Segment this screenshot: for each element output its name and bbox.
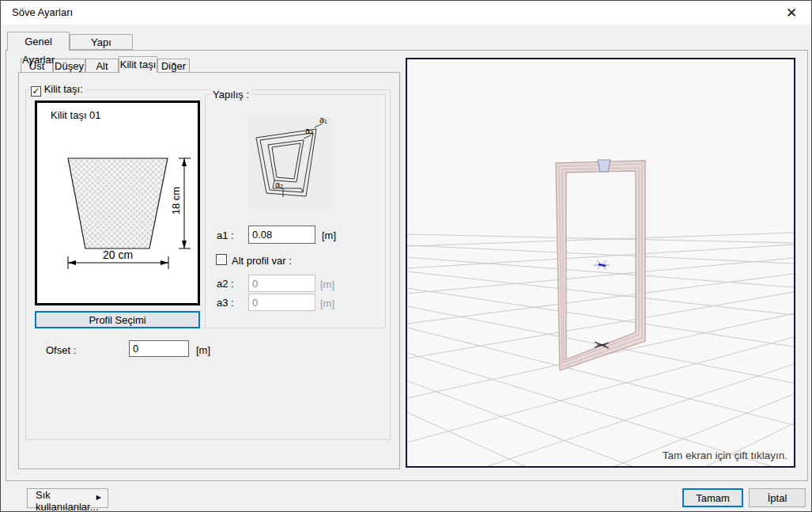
construction-diagram-canvas: [248, 117, 332, 209]
title-bar: Söve Ayarları ✕: [1, 1, 811, 25]
diagram-a1-label: a₁: [319, 115, 327, 124]
kilit-tasi-check-row: ✓ Kilit taşı:: [29, 83, 86, 97]
close-icon[interactable]: ✕: [783, 5, 800, 21]
a2-unit: [m]: [320, 279, 334, 290]
profile-select-button[interactable]: Profil Seçimi: [35, 311, 200, 328]
dialog-title: Söve Ayarları: [12, 6, 73, 18]
tab-diger[interactable]: Diğer: [157, 59, 190, 73]
3d-viewport[interactable]: Tam ekran için çift tıklayın.: [406, 58, 795, 468]
tab-genel-ayarlar[interactable]: Genel Ayarlar: [7, 32, 70, 51]
kilit-tasi-checkbox-label: Kilit taşı:: [44, 83, 83, 95]
offset-input[interactable]: [129, 340, 189, 357]
flyout-arrow-icon: ▶: [96, 494, 101, 501]
construction-diagram: a₁ a₃ a₂: [248, 117, 332, 209]
alt-profil-label: Alt profil var :: [232, 255, 292, 267]
tab-kilit-tasi[interactable]: Kilit taşı: [119, 56, 157, 73]
tab-dusey[interactable]: Düşey: [53, 59, 85, 73]
profile-preview: Kilit taşı 01 18 cm 20 cm: [35, 101, 200, 305]
profile-name: Kilit taşı 01: [51, 109, 101, 121]
tab-yapi-bilesenleri[interactable]: Yapı Bileşenleri: [70, 34, 133, 50]
a2-input[interactable]: [248, 275, 315, 292]
yapilis-group-title: Yapılış :: [210, 89, 252, 101]
offset-unit: [m]: [196, 344, 210, 356]
sove-ayarlari-dialog: Söve Ayarları ✕ Genel Ayarlar Yapı Bileş…: [0, 0, 812, 512]
diagram-a3-label: a₃: [305, 126, 314, 135]
ok-button[interactable]: Tamam: [682, 488, 743, 507]
a1-label: a1 :: [217, 229, 234, 241]
a2-label: a2 :: [217, 278, 234, 290]
a1-unit: [m]: [322, 229, 336, 241]
height-dimension-label: 18 cm: [170, 187, 182, 214]
tab-alt[interactable]: Alt: [85, 59, 119, 73]
width-dimension-label: 20 cm: [94, 248, 142, 261]
alt-profil-checkbox[interactable]: [216, 254, 227, 265]
keystone-3d: [598, 160, 610, 172]
favorites-button[interactable]: Sık kullanılanlar... ▶: [27, 488, 108, 508]
3d-viewport-canvas: [407, 59, 794, 466]
axis-marker-blue: [594, 260, 610, 270]
favorites-button-label: Sık kullanılanlar...: [36, 489, 99, 512]
cancel-button[interactable]: İptal: [749, 488, 806, 507]
fullscreen-hint: Tam ekran için çift tıklayın.: [663, 449, 787, 461]
a1-input[interactable]: [248, 226, 315, 244]
diagram-a2-label: a₂: [275, 180, 283, 189]
kilit-tasi-checkbox[interactable]: ✓: [31, 86, 41, 97]
offset-label: Ofset :: [46, 344, 76, 356]
a3-unit: [m]: [320, 298, 334, 309]
a3-label: a3 :: [217, 297, 234, 309]
a3-input[interactable]: [248, 294, 315, 311]
